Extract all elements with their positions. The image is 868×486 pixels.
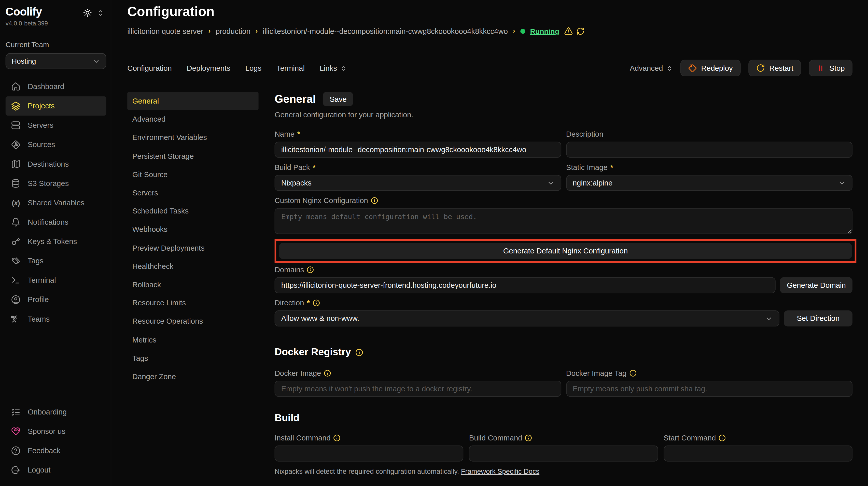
sidebar-item-label: Servers <box>28 121 54 130</box>
subnav-advanced[interactable]: Advanced <box>127 110 258 129</box>
sidebar-item-terminal[interactable]: Terminal <box>6 270 106 290</box>
info-icon[interactable] <box>371 197 378 204</box>
subnav-servers[interactable]: Servers <box>127 184 258 202</box>
info-icon[interactable] <box>307 266 314 273</box>
domains-input[interactable] <box>275 277 776 293</box>
sidebar-item-logout[interactable]: Logout <box>6 460 106 479</box>
highlight-annotation-box: Generate Default Nginx Configuration <box>275 239 857 263</box>
sidebar-item-label: Tags <box>28 257 43 265</box>
subnav-healthcheck[interactable]: Healthcheck <box>127 257 258 276</box>
sidebar-item-s3-storages[interactable]: S3 Storages <box>6 174 106 193</box>
docker-image-input[interactable] <box>275 381 561 397</box>
sidebar-item-label: Shared Variables <box>28 199 85 207</box>
subnav-persistent-storage[interactable]: Persistent Storage <box>127 147 258 165</box>
subnav-scheduled-tasks[interactable]: Scheduled Tasks <box>127 202 258 220</box>
subnav-environment-variables[interactable]: Environment Variables <box>127 129 258 147</box>
sidebar-item-onboarding[interactable]: Onboarding <box>6 402 106 421</box>
info-icon[interactable] <box>629 370 637 377</box>
sidebar-item-projects[interactable]: Projects <box>6 96 106 116</box>
docker-image-tag-label: Docker Image Tag <box>566 369 627 378</box>
sidebar-item-keys-tokens[interactable]: Keys & Tokens <box>6 232 106 251</box>
status-dot <box>520 29 525 34</box>
sidebar-item-feedback[interactable]: Feedback <box>6 441 106 460</box>
subnav-resource-limits[interactable]: Resource Limits <box>127 294 258 312</box>
stop-button[interactable]: Stop <box>809 60 852 76</box>
status-badge[interactable]: Running <box>530 27 559 35</box>
tags-icon <box>11 256 20 266</box>
tab-terminal[interactable]: Terminal <box>276 64 305 72</box>
sidebar-item-profile[interactable]: Profile <box>6 290 106 310</box>
description-input[interactable] <box>566 142 852 158</box>
set-direction-button[interactable]: Set Direction <box>784 311 852 326</box>
breadcrumb-project[interactable]: illicitonion quote server <box>127 27 204 35</box>
team-select[interactable]: Hosting <box>6 53 106 69</box>
advanced-dropdown[interactable]: Advanced <box>630 64 673 72</box>
sidebar-item-sponsor-us[interactable]: Sponsor us <box>6 421 106 441</box>
sidebar-item-sources[interactable]: Sources <box>6 135 106 155</box>
breadcrumb-application[interactable]: illicitestonion/-module--decomposition:m… <box>263 27 508 35</box>
name-input[interactable] <box>275 142 561 158</box>
subnav-preview-deployments[interactable]: Preview Deployments <box>127 239 258 257</box>
theme-sun-icon[interactable] <box>83 8 92 17</box>
sidebar-item-dashboard[interactable]: Dashboard <box>6 77 106 96</box>
generate-domain-button[interactable]: Generate Domain <box>780 277 852 293</box>
subnav-webhooks[interactable]: Webhooks <box>127 220 258 239</box>
name-label: Name <box>275 130 294 138</box>
subnav-tags[interactable]: Tags <box>127 349 258 367</box>
shared-variables-icon: (x) <box>11 198 20 207</box>
subnav-git-source[interactable]: Git Source <box>127 165 258 184</box>
static-image-label: Static Image <box>566 163 608 172</box>
subnav-label: Preview Deployments <box>132 244 205 252</box>
direction-select[interactable]: Allow www & non-www. <box>275 311 779 326</box>
sidebar-item-servers[interactable]: Servers <box>6 116 106 135</box>
build-pack-select[interactable]: Nixpacks <box>275 175 561 191</box>
subnav-general[interactable]: General <box>127 92 258 110</box>
docker-image-tag-input[interactable] <box>566 381 852 397</box>
start-command-input[interactable] <box>663 446 852 461</box>
static-image-select[interactable]: nginx:alpine <box>566 175 852 191</box>
info-icon[interactable] <box>525 434 532 442</box>
tab-links[interactable]: Links <box>320 64 347 72</box>
subnav-metrics[interactable]: Metrics <box>127 330 258 349</box>
subnav-danger-zone[interactable]: Danger Zone <box>127 367 258 386</box>
refresh-icon[interactable] <box>577 27 585 35</box>
checklist-icon <box>11 407 20 416</box>
info-icon[interactable] <box>313 299 320 306</box>
subnav-label: Scheduled Tasks <box>132 207 189 216</box>
warning-icon[interactable] <box>564 27 573 35</box>
redeploy-button[interactable]: Redeploy <box>680 60 741 76</box>
breadcrumb-environment[interactable]: production <box>216 27 250 35</box>
sidebar-item-teams[interactable]: Teams <box>6 310 106 329</box>
info-icon[interactable] <box>355 348 363 356</box>
tab-configuration[interactable]: Configuration <box>127 64 172 72</box>
subnav-resource-operations[interactable]: Resource Operations <box>127 312 258 330</box>
sidebar-collapse-icon[interactable] <box>97 9 104 16</box>
build-command-input[interactable] <box>469 446 658 461</box>
users-icon <box>11 314 20 324</box>
nginx-config-textarea[interactable] <box>275 208 852 234</box>
generate-nginx-config-button[interactable]: Generate Default Nginx Configuration <box>279 243 852 259</box>
sidebar-item-notifications[interactable]: Notifications <box>6 213 106 232</box>
sidebar-item-destinations[interactable]: Destinations <box>6 155 106 174</box>
info-icon[interactable] <box>334 434 341 442</box>
install-command-label: Install Command <box>275 434 331 442</box>
save-button[interactable]: Save <box>323 92 353 106</box>
info-icon[interactable] <box>719 434 726 442</box>
breadcrumb-separator: › <box>208 27 211 35</box>
framework-docs-link[interactable]: Framework Specific Docs <box>461 468 539 475</box>
tab-label: Links <box>320 64 337 72</box>
tab-deployments[interactable]: Deployments <box>187 64 230 72</box>
install-command-input[interactable] <box>275 446 464 461</box>
subnav-label: Danger Zone <box>132 372 176 381</box>
brand-logo: Coolify <box>6 6 42 18</box>
info-icon[interactable] <box>324 370 331 377</box>
section-title: General <box>275 93 316 105</box>
subnav-rollback[interactable]: Rollback <box>127 276 258 294</box>
stop-label: Stop <box>829 64 845 72</box>
sidebar-item-shared-variables[interactable]: (x) Shared Variables <box>6 193 106 213</box>
advanced-label: Advanced <box>630 64 663 72</box>
tab-logs[interactable]: Logs <box>245 64 262 72</box>
subnav-label: Persistent Storage <box>132 152 194 160</box>
restart-button[interactable]: Restart <box>748 60 801 76</box>
sidebar-item-tags[interactable]: Tags <box>6 251 106 270</box>
